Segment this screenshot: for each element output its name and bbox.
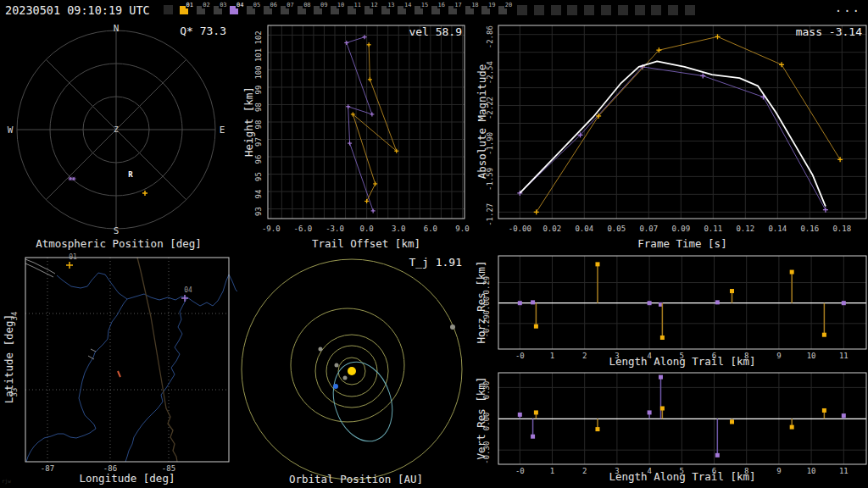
station-toggle-09[interactable]: 09: [314, 6, 322, 14]
watermark: rjw: [2, 478, 11, 484]
station-number-label: 11: [353, 3, 362, 8]
svg-text:98: 98: [254, 120, 263, 130]
station-number-label: 05: [253, 3, 261, 8]
station-number-label: 15: [420, 3, 429, 8]
svg-text:101: 101: [254, 48, 263, 62]
svg-text:0.05: 0.05: [607, 225, 626, 233]
svg-text:W: W: [8, 125, 14, 136]
orbit-caption: Orbital Position [AU]: [237, 473, 475, 485]
station-toggle[interactable]: [668, 5, 678, 15]
station-number-label: 04: [236, 3, 244, 8]
svg-text:100: 100: [254, 65, 263, 79]
station-toggle-11[interactable]: 11: [348, 6, 356, 14]
map-ylabel: Latitude [deg]: [3, 274, 15, 444]
panel-ground-map: 0104-87-86-853433 Longitude [deg] Latitu…: [0, 252, 237, 488]
svg-text:99: 99: [254, 86, 263, 95]
svg-text:0.16: 0.16: [800, 225, 819, 233]
station-toggle[interactable]: [635, 5, 645, 15]
station-toggle-04[interactable]: 04: [230, 6, 238, 14]
station-toggle-01[interactable]: 01: [180, 6, 188, 14]
mass-badge: mass -3.14: [796, 25, 862, 38]
svg-horz-series-station-01: [534, 262, 826, 340]
station-number-label: 17: [453, 3, 462, 8]
res-grid: [498, 256, 866, 349]
svg-text:Z: Z: [114, 125, 119, 134]
velocity-badge: vel 58.9: [409, 25, 462, 38]
magnitude-grid: [498, 25, 866, 219]
panel-light-curve: -0.000.020.040.050.070.090.110.120.140.1…: [475, 21, 868, 252]
q-value-badge: Q* 73.3: [180, 25, 226, 37]
station-toggle[interactable]: [685, 5, 695, 15]
svg-text:94: 94: [254, 190, 263, 199]
svg-text:96: 96: [254, 155, 263, 164]
earth-dot: [333, 384, 338, 389]
station-number-label: 13: [387, 3, 395, 8]
station-toggle[interactable]: [517, 5, 527, 15]
panel-horz-residuals: -01234568910110.290.00-0.29 Length Along…: [475, 252, 868, 370]
station-toggle[interactable]: [164, 5, 173, 14]
atmo-station-04-marker: [69, 177, 76, 180]
station-toggle[interactable]: [584, 5, 594, 15]
map-coast-lines: [25, 259, 96, 359]
station-toggle-17[interactable]: 17: [448, 6, 457, 14]
station-row: 0102030405060708091011121314151617181920: [0, 0, 868, 21]
horz-res-canvas: -01234568910110.290.00-0.29: [475, 252, 868, 370]
svg-text:-9.0: -9.0: [262, 225, 281, 233]
station-toggle[interactable]: [534, 5, 544, 15]
svg-text:-3.0: -3.0: [326, 225, 344, 233]
station-toggle-18[interactable]: 18: [465, 6, 474, 14]
map-xlabel: Longitude [deg]: [25, 472, 229, 485]
map-canvas: 0104-87-86-853433: [0, 252, 237, 488]
station-toggle-19[interactable]: 19: [481, 6, 490, 14]
horz-res-xlabel: Length Along Trail [km]: [498, 355, 866, 368]
svg-text:0.09: 0.09: [671, 225, 690, 233]
station-toggle[interactable]: [651, 5, 661, 15]
trail-ylabel: Height [km]: [242, 37, 255, 207]
svg-text:102: 102: [254, 30, 263, 44]
station-number-label: 14: [403, 3, 412, 8]
station-number-label: 09: [320, 3, 328, 8]
atmospheric-caption: Atmospheric Position [deg]: [0, 237, 237, 250]
station-toggle-02[interactable]: 02: [197, 6, 205, 14]
station-toggle-16[interactable]: 16: [431, 6, 440, 14]
svg-text:0.14: 0.14: [768, 225, 787, 233]
panel-atmospheric-position: NESWZR Q* 73.3 Atmospheric Position [deg…: [0, 21, 237, 252]
station-number-label: 07: [286, 3, 294, 8]
svg-text:R: R: [128, 170, 133, 179]
vert-res-ylabel: Vert Res [km]: [475, 334, 487, 488]
station-toggle[interactable]: [567, 5, 577, 15]
station-toggle-15[interactable]: 15: [415, 6, 423, 14]
station-toggle-10[interactable]: 10: [331, 6, 339, 14]
station-toggle-08[interactable]: 08: [298, 6, 306, 14]
station-toggle-12[interactable]: 12: [364, 6, 373, 14]
station-toggle-06[interactable]: 06: [264, 6, 272, 14]
svg-text:0.04: 0.04: [575, 225, 593, 233]
map-ground-track: [118, 371, 120, 377]
station-number-label: 16: [437, 3, 446, 8]
vert-res-xlabel: Length Along Trail [km]: [498, 470, 866, 483]
svg-text:-1.27: -1.27: [486, 203, 494, 226]
overflow-menu-button[interactable]: ...: [835, 1, 861, 14]
station-toggle[interactable]: [618, 5, 628, 15]
atmo-station-01-marker: [142, 191, 147, 196]
map-station-01-marker: 01: [66, 253, 77, 269]
station-toggle[interactable]: [601, 5, 611, 15]
trail-series-station-04: [344, 35, 375, 213]
station-toggle[interactable]: [551, 5, 561, 15]
magnitude-ylabel: Absolute Magnitude: [476, 37, 488, 207]
svg-text:0.0: 0.0: [359, 225, 373, 233]
svg-text:-0.00: -0.00: [509, 225, 531, 233]
station-toggle-14[interactable]: 14: [398, 6, 406, 14]
station-toggle-05[interactable]: 05: [247, 6, 255, 14]
station-toggle-03[interactable]: 03: [214, 6, 222, 14]
station-number-label: 18: [470, 3, 479, 8]
svg-text:97: 97: [254, 137, 263, 147]
svg-text:S: S: [114, 225, 120, 236]
svg-text:6.0: 6.0: [424, 225, 437, 233]
station-toggle-13[interactable]: 13: [381, 6, 390, 14]
station-toggle-07[interactable]: 07: [281, 6, 289, 14]
station-toggle-20[interactable]: 20: [498, 6, 507, 14]
svg-text:0.12: 0.12: [736, 225, 754, 233]
panel-trail-offset: -9.0-6.0-3.00.03.06.09.01021011009998989…: [237, 21, 475, 252]
station-number-label: 02: [202, 3, 210, 8]
